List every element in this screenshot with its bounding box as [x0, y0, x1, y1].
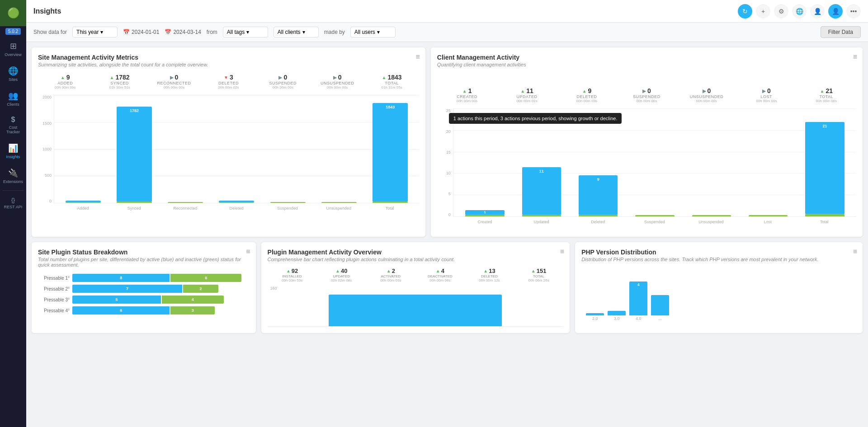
sidebar-item-overview[interactable]: ⊞ Overview [0, 37, 26, 61]
bar-blue: 1 [465, 210, 504, 215]
metric-val: 9 [588, 87, 592, 94]
arrow-up-icon: ▲ [382, 75, 387, 80]
php-chart: 2.0 3.0 4 4.0 ... [581, 267, 856, 321]
logo-icon: 🟢 [7, 7, 19, 19]
inactive-bar: 3 [170, 306, 215, 314]
arrow-up-icon: ▲ [483, 268, 488, 273]
date-from-value: 2024-01-01 [132, 29, 159, 35]
metric-time: 01h 30m 51s [109, 85, 130, 89]
add-button[interactable]: + [756, 4, 770, 19]
bar-stack [749, 215, 788, 216]
metric-time: 00h 00m 00s [756, 99, 777, 103]
arrow-up-icon: ▲ [61, 75, 65, 80]
plugin-bar-pressable2: Pressable 2° 7 2 [38, 285, 250, 293]
metric-deleted: ▲13 DELETED 00h 00m 12s [465, 267, 514, 283]
bar-container: 7 2 [72, 285, 250, 293]
sidebar-item-cost-tracker[interactable]: $ Cost Tracker [0, 111, 26, 139]
bar-green [635, 215, 674, 216]
metric-total: ▲1843 TOTAL 01h 31m 55s [364, 72, 419, 91]
metric-time: 00h 00m 00s [273, 85, 293, 89]
arrow-right-icon: ▶ [333, 75, 337, 80]
sidebar-item-clients[interactable]: 👥 Clients [0, 86, 26, 111]
sidebar-item-sites[interactable]: 🌐 Sites [0, 61, 26, 86]
arrow-down-icon: ▼ [224, 75, 228, 80]
arrow-up-icon: ▲ [582, 89, 587, 94]
globe-button[interactable]: 🌐 [792, 4, 807, 19]
php-bar: 4 [629, 282, 647, 315]
from-label: from [207, 29, 217, 35]
date-to-field: 📅 2024-03-14 [165, 29, 201, 35]
metric-label: LOST [761, 94, 773, 99]
bar-group-total: 21 [797, 108, 853, 216]
chart-x-labels: Created Updated Deleted Suspended Unsusp… [453, 218, 856, 230]
sidebar-item-rest-api[interactable]: {} REST API [0, 192, 26, 214]
bar-green [749, 215, 788, 216]
period-value: This year [76, 29, 99, 35]
period-select[interactable]: This year ▾ [72, 27, 118, 38]
bar-green [692, 215, 731, 216]
active-bar: 7 [72, 285, 182, 293]
metric-time: 01h 31m 55s [382, 85, 402, 89]
metric-time: 00h 00m 00s [457, 99, 477, 103]
metric-val: 0 [283, 74, 287, 81]
metric-updated: ▲40 UPDATED 00h 02m 08s [317, 267, 366, 283]
php-bar-extra: ... [651, 295, 669, 321]
tags-select[interactable]: All tags ▾ [223, 27, 268, 38]
card-menu-icon[interactable]: ≡ [853, 53, 857, 61]
sidebar-item-insights[interactable]: 📊 Insights [0, 139, 26, 164]
arrow-up-icon: ▲ [820, 89, 825, 94]
card-menu-icon[interactable]: ≡ [560, 248, 564, 256]
bar-stack [168, 202, 203, 203]
client-management-chart: 25 20 15 10 5 0 1 [437, 108, 856, 230]
bar-group-updated: 11 [514, 108, 569, 216]
inactive-bar: 4 [162, 296, 224, 304]
metric-label: SYNCED [110, 81, 129, 85]
metric-val: 0 [708, 87, 711, 94]
plugin-metrics-row: ▲92 INSTALLED 00h 03m 53s ▲40 UPDATED 00… [268, 267, 564, 283]
bar-green [805, 214, 844, 216]
bar-value: 1782 [130, 108, 139, 113]
bar-green [219, 202, 254, 203]
arrow-right-icon: ▶ [703, 89, 706, 94]
refresh-button[interactable]: ↻ [738, 4, 752, 19]
bar-group-deleted [212, 95, 262, 203]
sidebar-item-extensions[interactable]: 🔌 Extensions [0, 164, 26, 188]
bottom-row: Site Plugin Status Breakdown Total numbe… [32, 242, 863, 333]
metric-activated: ▲2 ACTIVATED 00h 00m 03s [366, 267, 415, 283]
metric-label: UPDATED [517, 94, 538, 99]
bar-group-lost [740, 108, 796, 216]
active-bar: 6 [72, 306, 170, 314]
user-button2[interactable]: 👤 [810, 4, 825, 19]
card-menu-icon[interactable]: ≡ [853, 248, 857, 256]
php-version-label: 2.0 [592, 316, 598, 321]
avatar-button[interactable]: 👤 [828, 4, 843, 19]
more-button[interactable]: ••• [846, 4, 861, 19]
inactive-bar: 6 [170, 274, 241, 282]
metric-time: 00h 00m 02s [218, 85, 239, 89]
clients-select[interactable]: All clients ▾ [274, 27, 319, 38]
filter-data-button[interactable]: Filter Data [821, 26, 861, 38]
php-bar [651, 295, 669, 315]
bar-green [465, 215, 504, 216]
bar-stack: 9 [579, 175, 618, 216]
arrow-up-icon: ▲ [286, 268, 291, 273]
plugin-bar-group [271, 295, 560, 326]
chart-bars-area: 1 11 [453, 108, 856, 217]
site-label: Pressable 3° [38, 297, 70, 302]
metric-time: 00h 00m 00s [164, 85, 184, 89]
metric-val: 21 [826, 87, 833, 94]
settings-button[interactable]: ⚙ [774, 4, 788, 19]
metric-val: 1 [468, 87, 472, 94]
users-select[interactable]: All users ▾ [350, 27, 396, 38]
card-menu-icon[interactable]: ≡ [246, 248, 250, 256]
metric-val: 1843 [388, 74, 402, 81]
extensions-icon: 🔌 [8, 168, 18, 178]
site-label: Pressable 4° [38, 308, 70, 313]
sidebar-item-label: Extensions [3, 179, 23, 184]
client-management-subtitle: Quantifying client management activities [437, 62, 856, 67]
card-menu-icon[interactable]: ≡ [416, 53, 420, 61]
metric-total: ▲21 TOTAL 00h 00m 06s [797, 85, 856, 105]
page-title: Insights [33, 7, 61, 15]
site-management-card: Site Management Activity Metrics Summari… [32, 47, 425, 237]
bar-stack [321, 202, 357, 203]
